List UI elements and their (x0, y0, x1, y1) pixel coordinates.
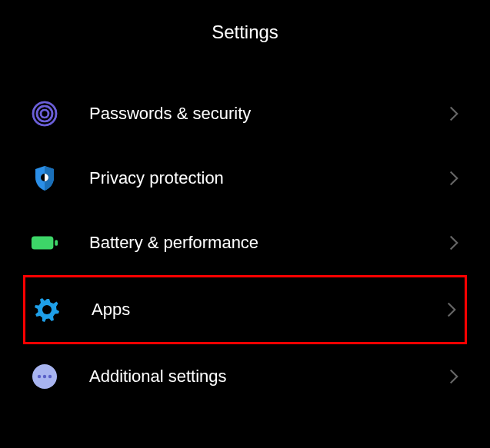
svg-point-11 (48, 375, 52, 378)
fingerprint-icon (31, 100, 58, 128)
svg-rect-5 (32, 236, 53, 249)
chevron-right-icon (448, 108, 459, 119)
settings-list: Passwords & security Privacy protection … (0, 81, 490, 409)
item-label: Additional settings (89, 367, 448, 387)
chevron-right-icon (448, 371, 459, 382)
item-label: Apps (92, 300, 446, 320)
chevron-right-icon (448, 173, 459, 184)
battery-icon (31, 229, 58, 257)
svg-point-9 (38, 375, 41, 378)
settings-item-passwords-security[interactable]: Passwords & security (31, 81, 459, 146)
svg-point-7 (42, 305, 52, 314)
item-label: Battery & performance (89, 233, 448, 253)
dots-icon (31, 363, 58, 390)
svg-rect-6 (55, 240, 58, 246)
settings-item-battery-performance[interactable]: Battery & performance (31, 211, 459, 275)
chevron-right-icon (448, 237, 459, 248)
svg-point-10 (43, 375, 46, 378)
item-label: Passwords & security (89, 104, 448, 124)
settings-item-additional-settings[interactable]: Additional settings (31, 344, 459, 409)
settings-item-privacy-protection[interactable]: Privacy protection (31, 146, 459, 211)
chevron-right-icon (446, 304, 457, 315)
item-label: Privacy protection (89, 168, 448, 188)
shield-icon (31, 164, 58, 192)
gear-icon (33, 296, 61, 324)
settings-item-apps[interactable]: Apps (23, 275, 467, 344)
page-title: Settings (0, 22, 490, 43)
header: Settings (0, 0, 490, 81)
